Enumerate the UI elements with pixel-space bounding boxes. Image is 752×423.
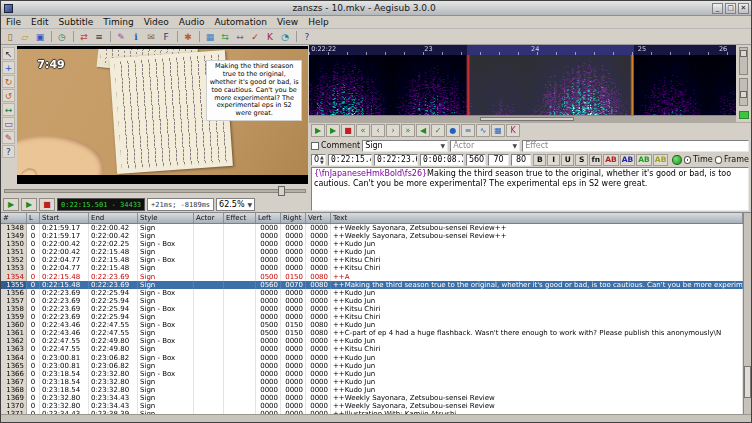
table-row[interactable]: 136500:23:00.810:23:06.82Sign00000000000… xyxy=(1,362,743,370)
seek-thumb[interactable] xyxy=(278,186,285,196)
table-row[interactable]: 136800:23:18.540:23:32.80Sign00000000000… xyxy=(1,386,743,394)
audio-timeline[interactable]: 0:22:2223242526 xyxy=(309,45,736,55)
new-file-icon[interactable]: ▯ xyxy=(3,30,17,43)
menu-audio[interactable]: Audio xyxy=(174,17,210,27)
style-select[interactable]: Sign ▼ xyxy=(362,140,448,152)
fonts-collector-icon[interactable]: F xyxy=(159,30,173,43)
table-row[interactable]: 135200:22:04.770:22:15.48Sign - Box00000… xyxy=(1,256,743,264)
spectrum-toggle-icon[interactable]: ▦ xyxy=(491,124,505,137)
kanji-timer-icon[interactable]: K xyxy=(263,30,277,43)
time-radio[interactable] xyxy=(684,156,691,164)
effect-field[interactable]: Effect xyxy=(522,140,749,152)
table-row[interactable]: 135500:22:15.480:22:23.69Sign05600070008… xyxy=(1,281,743,289)
bold-button[interactable]: B xyxy=(533,154,546,166)
font-name-button[interactable]: fn xyxy=(589,154,602,166)
video-zoom-select[interactable]: 62.5% ▼ xyxy=(216,198,255,211)
primary-color-button[interactable]: AB xyxy=(603,154,619,166)
duration-field[interactable]: 0:00:08.21 xyxy=(420,154,464,166)
italic-button[interactable]: I xyxy=(547,154,560,166)
close-button[interactable]: ✕ xyxy=(738,3,749,14)
start-time-field[interactable]: 0:22:15.48 xyxy=(328,154,372,166)
table-row[interactable]: 136000:22:43.460:22:47.55Sign - Box05000… xyxy=(1,321,743,329)
menu-help[interactable]: Help xyxy=(303,17,334,27)
goto-selection-icon[interactable]: ● xyxy=(446,124,460,137)
table-row[interactable]: 136600:23:18.540:23:32.80Sign - Box00000… xyxy=(1,370,743,378)
table-row[interactable]: 135900:22:23.690:22:25.94Sign00000000000… xyxy=(1,313,743,321)
minimize-button[interactable]: _ xyxy=(712,3,723,14)
table-row[interactable]: 136200:22:47.550:22:49.80Sign - Box00000… xyxy=(1,337,743,345)
play-line-icon[interactable]: ▶ xyxy=(326,124,340,137)
auto-scroll-icon[interactable]: ≡ xyxy=(461,124,475,137)
margin-left-field[interactable]: 560 xyxy=(466,154,486,166)
menu-view[interactable]: View xyxy=(272,17,303,27)
play-before-selection-icon[interactable]: « xyxy=(356,124,370,137)
audio-hzoom-slider[interactable] xyxy=(739,47,748,75)
attachments-icon[interactable]: ✉ xyxy=(144,30,158,43)
menu-video[interactable]: Video xyxy=(139,17,174,27)
table-row[interactable]: 134900:21:59.170:22:00.42Sign00000000000… xyxy=(1,232,743,240)
video-play-line-button[interactable]: ▶ xyxy=(21,198,37,211)
shift-times-icon[interactable]: ⇄ xyxy=(77,30,91,43)
underline-button[interactable]: U xyxy=(561,154,574,166)
video-display[interactable]: 7:49 Making the third season true to the… xyxy=(17,46,308,184)
margin-vertical-field[interactable]: 80 xyxy=(511,154,531,166)
maximize-button[interactable]: □ xyxy=(725,3,736,14)
styles-manager-icon[interactable]: ✎ xyxy=(114,30,128,43)
drag-icon[interactable]: + xyxy=(2,61,15,74)
play-selection-icon[interactable]: ▶ xyxy=(311,124,325,137)
table-row[interactable]: 135400:22:15.480:22:23.69Sign05000150008… xyxy=(1,273,743,281)
menu-automation[interactable]: Automation xyxy=(209,17,271,27)
actor-select[interactable]: Actor ▼ xyxy=(450,140,520,152)
table-row[interactable]: 135600:22:23.690:22:25.94Sign - Box00000… xyxy=(1,289,743,297)
karaoke-toggle-icon[interactable]: K xyxy=(506,124,520,137)
play-to-end-icon[interactable]: ◀ xyxy=(416,124,430,137)
clip-icon[interactable]: ▭ xyxy=(2,117,15,130)
outline-color-button[interactable]: AB xyxy=(636,154,652,166)
open-file-icon[interactable]: ▱ xyxy=(18,30,32,43)
menu-file[interactable]: File xyxy=(1,17,26,27)
table-row[interactable]: 134800:21:59.170:22:00.42Sign00000000000… xyxy=(1,224,743,232)
play-first-half-icon[interactable]: ‹ xyxy=(371,124,385,137)
table-row[interactable]: 135000:22:00.420:22:02.25Sign - Box00000… xyxy=(1,240,743,248)
audio-spectrogram[interactable] xyxy=(309,55,736,115)
video-stop-button[interactable]: ■ xyxy=(39,198,55,211)
spell-checker-icon[interactable]: ✓ xyxy=(248,30,262,43)
standard-cursor-icon[interactable]: ↖ xyxy=(2,47,15,60)
select-lines-icon[interactable]: ≡ xyxy=(92,30,106,43)
table-row[interactable]: 136900:23:32.800:23:34.43Sign00000000000… xyxy=(1,394,743,402)
scale-icon[interactable]: ↔ xyxy=(2,103,15,116)
title-bar[interactable]: zanszs - 10.mkv - Aegisub 3.0.0 _ □ ✕ xyxy=(1,1,751,16)
properties-icon[interactable]: ℹ xyxy=(129,30,143,43)
play-second-half-icon[interactable]: › xyxy=(386,124,400,137)
table-row[interactable]: 136700:23:18.540:23:32.80Sign00000000000… xyxy=(1,378,743,386)
save-file-icon[interactable]: ▣ xyxy=(33,30,47,43)
grid-scrollbar-thumb[interactable] xyxy=(744,366,751,398)
table-row[interactable]: 135700:22:23.690:22:25.94Sign00000000000… xyxy=(1,297,743,305)
resample-resolution-icon[interactable]: ↔ xyxy=(233,30,247,43)
end-time-field[interactable]: 0:22:23.69 xyxy=(374,154,418,166)
table-row[interactable]: 135100:22:00.420:22:15.48Sign00000000000… xyxy=(1,248,743,256)
grid-scrollbar[interactable] xyxy=(743,213,751,414)
menu-subtitle[interactable]: Subtitle xyxy=(54,17,99,27)
shadow-color-button[interactable]: AB xyxy=(653,154,669,166)
commit-button[interactable] xyxy=(672,155,681,165)
styling-assistant-icon[interactable]: ▦ xyxy=(203,30,217,43)
translation-assistant-icon[interactable]: ⇆ xyxy=(218,30,232,43)
table-row[interactable]: 137100:23:34.430:23:38.39Sign00000000000… xyxy=(1,410,743,414)
help-tool-icon[interactable]: ? xyxy=(2,145,15,158)
secondary-color-button[interactable]: AB xyxy=(620,154,636,166)
rotate-z-icon[interactable]: ↻ xyxy=(2,75,15,88)
video-seek-slider[interactable] xyxy=(4,189,306,193)
timing-post-processor-icon[interactable]: ◔ xyxy=(278,30,292,43)
comment-checkbox[interactable] xyxy=(311,142,319,150)
stepper-arrows-icon[interactable]: ▲▼ xyxy=(320,155,324,165)
table-row[interactable]: 135800:22:23.690:22:25.94Sign - Box00000… xyxy=(1,305,743,313)
play-after-selection-icon[interactable]: » xyxy=(401,124,415,137)
strikeout-button[interactable]: S xyxy=(575,154,588,166)
waveform-toggle-icon[interactable]: ∿ xyxy=(476,124,490,137)
commit-icon[interactable]: ✓ xyxy=(431,124,445,137)
subtitle-text-editor[interactable]: {\fnJapaneseHmkBold\fs26}Making the thir… xyxy=(311,167,749,211)
automation-icon[interactable]: ✱ xyxy=(181,30,195,43)
frame-radio[interactable] xyxy=(715,156,722,164)
help-icon[interactable]: ? xyxy=(300,30,314,43)
